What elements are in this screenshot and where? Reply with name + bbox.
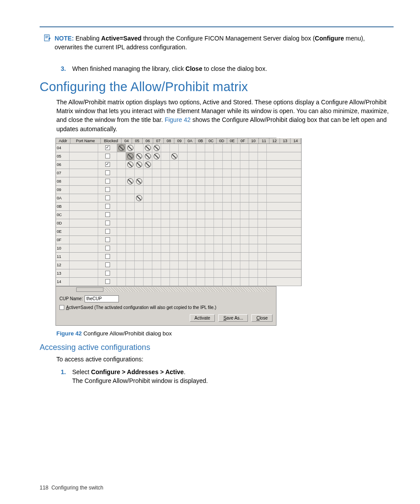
- cell-blocked[interactable]: [98, 211, 117, 219]
- active-saved-checkbox[interactable]: [59, 305, 64, 310]
- matrix-cell[interactable]: [135, 186, 144, 194]
- matrix-cell[interactable]: [161, 244, 170, 252]
- matrix-cell[interactable]: [161, 152, 170, 160]
- matrix-cell[interactable]: [170, 186, 179, 194]
- matrix-cell[interactable]: [152, 194, 161, 202]
- matrix-cell[interactable]: [214, 253, 223, 261]
- col-10[interactable]: 10: [248, 138, 259, 143]
- matrix-cell[interactable]: [179, 269, 188, 277]
- matrix-cell[interactable]: [126, 152, 135, 160]
- matrix-cell[interactable]: [170, 177, 179, 185]
- matrix-cell[interactable]: [117, 144, 126, 152]
- matrix-cell[interactable]: [232, 236, 240, 244]
- matrix-cell[interactable]: [126, 194, 135, 202]
- cell-blocked[interactable]: [98, 261, 117, 269]
- blocked-checkbox[interactable]: [105, 179, 110, 184]
- matrix-cell[interactable]: [170, 236, 179, 244]
- matrix-cell[interactable]: [214, 278, 223, 286]
- matrix-cell[interactable]: [249, 253, 258, 261]
- col-06[interactable]: 06: [143, 138, 153, 143]
- matrix-cell[interactable]: [214, 244, 223, 252]
- matrix-cell[interactable]: [144, 202, 152, 210]
- col-0E[interactable]: 0E: [227, 138, 238, 143]
- matrix-cell[interactable]: [249, 169, 258, 177]
- matrix-cell[interactable]: [152, 236, 161, 244]
- matrix-cell[interactable]: [232, 269, 240, 277]
- matrix-cell[interactable]: [205, 228, 214, 235]
- matrix-cell[interactable]: [179, 244, 188, 252]
- matrix-cell[interactable]: [196, 269, 205, 277]
- close-button[interactable]: Close: [251, 314, 273, 322]
- col-09[interactable]: 09: [174, 138, 185, 143]
- matrix-cell[interactable]: [152, 261, 161, 269]
- matrix-cell[interactable]: [258, 194, 267, 202]
- matrix-cell[interactable]: [249, 152, 258, 160]
- matrix-cell[interactable]: [170, 269, 179, 277]
- matrix-cell[interactable]: [240, 177, 249, 185]
- matrix-cell[interactable]: [161, 228, 170, 235]
- matrix-cell[interactable]: [240, 152, 249, 160]
- matrix-cell[interactable]: [188, 186, 196, 194]
- matrix-cell[interactable]: [135, 152, 144, 160]
- matrix-cell[interactable]: [152, 278, 161, 286]
- blocked-checkbox[interactable]: [105, 221, 110, 225]
- matrix-cell[interactable]: [205, 244, 214, 252]
- matrix-cell[interactable]: [117, 228, 126, 235]
- matrix-cell[interactable]: [214, 228, 223, 235]
- vertical-scrollbar[interactable]: [301, 138, 302, 286]
- matrix-cell[interactable]: [117, 236, 126, 244]
- matrix-cell[interactable]: [170, 144, 179, 152]
- matrix-cell[interactable]: [205, 261, 214, 269]
- col-13[interactable]: 13: [280, 138, 291, 143]
- blocked-checkbox[interactable]: [105, 204, 110, 209]
- matrix-cell[interactable]: [161, 144, 170, 152]
- matrix-cell[interactable]: [240, 202, 249, 210]
- matrix-cell[interactable]: [188, 278, 196, 286]
- matrix-cell[interactable]: [188, 161, 196, 169]
- matrix-cell[interactable]: [223, 144, 232, 152]
- blocked-checkbox[interactable]: [105, 279, 110, 284]
- matrix-cell[interactable]: [161, 194, 170, 202]
- matrix-cell[interactable]: [258, 186, 267, 194]
- matrix-cell[interactable]: [117, 244, 126, 252]
- matrix-cell[interactable]: [179, 261, 188, 269]
- cup-name-input[interactable]: [85, 295, 119, 302]
- matrix-cell[interactable]: [188, 219, 196, 227]
- matrix-cell[interactable]: [232, 211, 240, 219]
- matrix-cell[interactable]: [188, 152, 196, 160]
- matrix-cell[interactable]: [249, 244, 258, 252]
- matrix-cell[interactable]: [170, 161, 179, 169]
- cell-blocked[interactable]: [98, 236, 117, 244]
- matrix-cell[interactable]: [179, 202, 188, 210]
- matrix-cell[interactable]: [232, 261, 240, 269]
- matrix-cell[interactable]: [135, 278, 144, 286]
- matrix-cell[interactable]: [188, 194, 196, 202]
- col-05[interactable]: 05: [132, 138, 143, 143]
- cell-blocked[interactable]: [98, 253, 117, 261]
- matrix-cell[interactable]: [196, 161, 205, 169]
- matrix-cell[interactable]: [126, 202, 135, 210]
- matrix-cell[interactable]: [117, 253, 126, 261]
- matrix-cell[interactable]: [161, 219, 170, 227]
- matrix-cell[interactable]: [152, 202, 161, 210]
- blocked-checkbox[interactable]: [105, 271, 110, 276]
- matrix-cell[interactable]: [205, 211, 214, 219]
- matrix-cell[interactable]: [258, 211, 267, 219]
- matrix-cell[interactable]: [196, 152, 205, 160]
- matrix-cell[interactable]: [135, 144, 144, 152]
- matrix-cell[interactable]: [196, 194, 205, 202]
- matrix-cell[interactable]: [161, 211, 170, 219]
- matrix-cell[interactable]: [232, 152, 240, 160]
- matrix-cell[interactable]: [126, 236, 135, 244]
- matrix-cell[interactable]: [188, 269, 196, 277]
- matrix-cell[interactable]: [152, 253, 161, 261]
- cell-blocked[interactable]: [98, 169, 117, 177]
- matrix-cell[interactable]: [117, 261, 126, 269]
- matrix-cell[interactable]: [179, 169, 188, 177]
- matrix-cell[interactable]: [126, 186, 135, 194]
- matrix-cell[interactable]: [240, 144, 249, 152]
- matrix-cell[interactable]: [152, 144, 161, 152]
- matrix-cell[interactable]: [240, 194, 249, 202]
- matrix-cell[interactable]: [223, 202, 232, 210]
- blocked-checkbox[interactable]: [105, 246, 110, 250]
